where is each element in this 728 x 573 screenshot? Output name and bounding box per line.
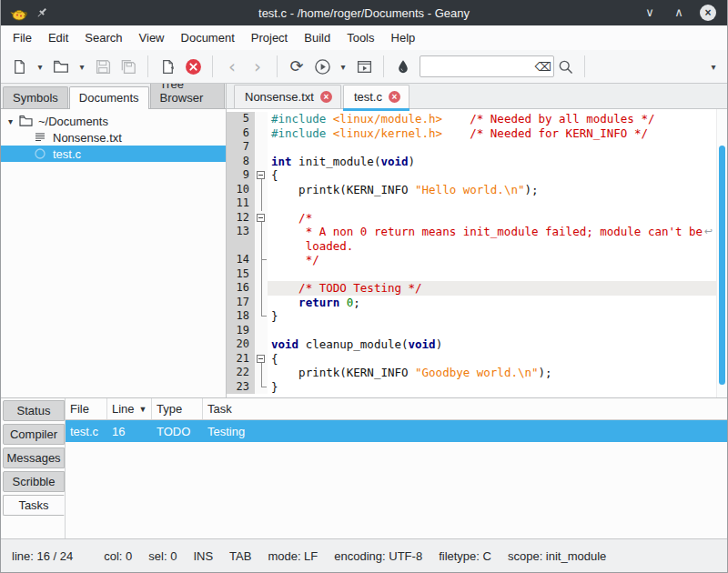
fold-margin[interactable]: [255, 211, 268, 226]
tab-close-icon[interactable]: ×: [389, 91, 400, 103]
code-line-6: 6#include <linux/kernel.h> /* Needed for…: [227, 126, 727, 141]
fold-margin[interactable]: [255, 155, 268, 169]
build-icon[interactable]: [309, 54, 335, 79]
c-file-icon: [34, 147, 48, 160]
code-line-5: 5#include <linux/module.h> /* Needed by …: [227, 112, 727, 126]
documents-tree[interactable]: ▾~/DocumentsNonsense.txttest.c: [1, 108, 226, 397]
forward-icon[interactable]: ›: [245, 54, 270, 79]
editor-scrollbar[interactable]: [716, 109, 727, 397]
column-header-file[interactable]: File: [66, 398, 107, 419]
menu-item-build[interactable]: Build: [296, 27, 339, 48]
tree-item-test-c[interactable]: test.c: [1, 146, 226, 162]
fold-margin[interactable]: [255, 337, 268, 352]
status-encoding: encoding: UTF-8: [334, 549, 422, 563]
menu-item-document[interactable]: Document: [173, 27, 243, 48]
bottom-tab-status[interactable]: Status: [3, 400, 65, 421]
code-line-7: 7: [227, 140, 727, 155]
search-clear-icon[interactable]: ⌫: [534, 60, 552, 74]
fold-margin[interactable]: [255, 267, 268, 282]
code-line-12: 12 /*: [227, 211, 727, 226]
fold-margin[interactable]: [255, 281, 268, 296]
fold-margin[interactable]: [255, 253, 268, 267]
fold-margin[interactable]: [255, 140, 268, 155]
code-editor[interactable]: 5#include <linux/module.h> /* Needed by …: [227, 109, 727, 397]
fold-collapse-icon[interactable]: [257, 355, 265, 363]
text-file-icon: [34, 131, 48, 144]
fold-margin[interactable]: [255, 366, 268, 380]
bottom-tab-scribble[interactable]: Scribble: [3, 471, 65, 492]
fold-margin[interactable]: [255, 225, 268, 239]
code-text: void cleanup_module(void): [268, 337, 727, 352]
maximize-icon[interactable]: ∧: [671, 5, 687, 21]
bottom-tab-tasks[interactable]: Tasks: [3, 495, 65, 516]
fold-margin[interactable]: [255, 324, 268, 338]
editor-tab-label: test.c: [354, 90, 382, 104]
fold-margin[interactable]: [255, 239, 268, 254]
new-file-icon[interactable]: [6, 54, 32, 79]
menu-item-help[interactable]: Help: [383, 27, 424, 48]
fold-margin[interactable]: [255, 309, 268, 324]
fold-margin[interactable]: [255, 296, 268, 310]
build-dropdown-icon[interactable]: ▾: [335, 54, 351, 79]
fold-margin[interactable]: [255, 168, 268, 183]
menu-item-file[interactable]: File: [5, 27, 40, 48]
search-icon[interactable]: [552, 54, 578, 79]
open-file-dropdown-icon[interactable]: ▾: [74, 54, 90, 79]
tree-item-nonsense-txt[interactable]: Nonsense.txt: [1, 129, 226, 146]
geany-app-icon: [10, 4, 28, 22]
revert-icon[interactable]: [155, 54, 180, 79]
tab-close-icon[interactable]: ×: [320, 91, 332, 103]
menu-item-search[interactable]: Search: [76, 27, 130, 48]
line-wrap-icon: ↩: [704, 225, 713, 239]
code-text: printk(KERN_INFO "Goodbye world.\n");: [268, 366, 727, 380]
sidebar-tab-documents[interactable]: Documents: [69, 86, 149, 109]
open-file-icon[interactable]: [48, 54, 74, 79]
task-line: 16: [107, 425, 152, 438]
sidebar-tab-symbols[interactable]: Symbols: [3, 86, 68, 109]
pin-icon[interactable]: [35, 6, 48, 19]
code-line-14: 14 */: [227, 253, 727, 267]
column-header-line[interactable]: Line▼: [107, 398, 152, 419]
fold-margin[interactable]: [255, 352, 268, 367]
fold-collapse-icon[interactable]: [257, 171, 265, 179]
new-file-dropdown-icon[interactable]: ▾: [32, 54, 48, 79]
toolbar-overflow-icon[interactable]: ▾: [705, 54, 722, 79]
column-header-type[interactable]: Type: [152, 398, 203, 419]
close-window-icon[interactable]: ×: [700, 5, 716, 21]
editor-scrollbar-thumb[interactable]: [719, 146, 725, 385]
editor-tab-nonsense-txt[interactable]: Nonsense.txt×: [234, 85, 341, 108]
save-icon[interactable]: [90, 54, 116, 79]
menu-item-edit[interactable]: Edit: [40, 27, 76, 48]
save-all-icon[interactable]: [116, 54, 141, 79]
editor-tab-test-c[interactable]: test.c×: [343, 85, 410, 108]
expander-icon[interactable]: ▾: [8, 116, 19, 126]
fold-collapse-icon[interactable]: [257, 214, 265, 222]
code-line-21: 21{: [227, 352, 727, 367]
bottom-tab-messages[interactable]: Messages: [3, 447, 65, 468]
fold-margin[interactable]: [255, 196, 268, 211]
run-icon[interactable]: [351, 54, 377, 79]
close-file-icon[interactable]: [180, 54, 206, 79]
code-text: /* TODO Testing */: [268, 281, 727, 296]
fold-margin[interactable]: [255, 183, 268, 197]
fold-margin[interactable]: [255, 112, 268, 126]
sidebar-tab-tree-browser[interactable]: Tree Browser: [150, 84, 225, 109]
minimize-icon[interactable]: ∨: [642, 5, 658, 21]
menu-item-view[interactable]: View: [131, 27, 173, 48]
line-number: 10: [227, 183, 255, 197]
fold-margin[interactable]: [255, 126, 268, 141]
status-insert-mode: INS: [193, 549, 213, 563]
line-number: 19: [227, 324, 255, 338]
back-icon[interactable]: ‹: [219, 54, 245, 79]
task-row[interactable]: test.c16TODOTesting: [66, 420, 727, 442]
menu-item-tools[interactable]: Tools: [339, 27, 382, 48]
sidebar: SymbolsDocumentsTree Browser ▾~/Document…: [1, 84, 227, 397]
toolbar-separator: [584, 55, 585, 77]
compile-icon[interactable]: ⟳: [284, 54, 309, 79]
tree-item-root[interactable]: ▾~/Documents: [1, 113, 226, 129]
menu-item-project[interactable]: Project: [243, 27, 296, 48]
column-header-task[interactable]: Task: [203, 398, 727, 419]
bottom-tab-compiler[interactable]: Compiler: [3, 424, 65, 445]
fold-margin[interactable]: [255, 380, 268, 395]
color-chooser-icon[interactable]: [390, 54, 416, 79]
